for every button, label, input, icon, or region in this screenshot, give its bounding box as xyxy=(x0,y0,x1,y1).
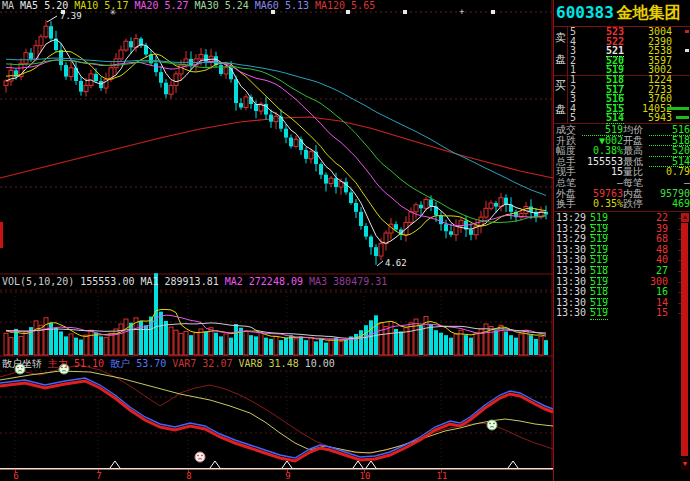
info-value: 519 xyxy=(582,125,623,136)
order-book-side-label: 盘 xyxy=(555,53,567,65)
level-change-bar xyxy=(676,116,689,119)
info-row: 换手0.35%跌停469 xyxy=(556,199,690,210)
kline-chart-canvas[interactable]: ✳+678910117.394.62 xyxy=(0,0,555,481)
info-value: — xyxy=(649,178,690,189)
indicator-legend-item: 散户 53.70 xyxy=(110,358,166,369)
ma-legend-item: MA30 5.24 xyxy=(195,0,249,11)
tick-time: 13:30 xyxy=(556,244,586,255)
info-label: 成交 xyxy=(556,125,582,136)
quote-info-grid: 成交519均价516升跌▼002开盘518幅度0.38%最高520总手15555… xyxy=(556,125,690,210)
tick-time: 13:30 xyxy=(556,265,586,276)
info-value: 516 xyxy=(649,125,690,136)
stock-code: 600383 xyxy=(556,3,614,22)
order-book-row[interactable]: 55145943 xyxy=(568,113,690,123)
trading-terminal-window: ✳+678910117.394.62 MAMA5 5.20MA10 5.17MA… xyxy=(0,0,690,481)
svg-text:6: 6 xyxy=(13,471,18,481)
vol-legend-item: 155553.00 xyxy=(80,276,134,287)
order-book-side-label: 买 xyxy=(555,79,567,91)
tick-time: 13:30 xyxy=(556,307,586,318)
left-edge-marker xyxy=(0,222,3,248)
tick-scrollbar[interactable]: ▲ ▼ xyxy=(681,213,689,470)
level-amount: 5943 xyxy=(648,113,672,123)
scroll-up-icon[interactable]: ▲ xyxy=(681,213,689,222)
svg-text:9: 9 xyxy=(285,471,290,481)
info-value: — xyxy=(582,178,623,189)
tick-time: 13:29 xyxy=(556,233,586,244)
info-label: 每笔 xyxy=(623,178,649,189)
level-change-bar xyxy=(685,30,689,33)
ma-legend-item: MA xyxy=(2,0,14,11)
info-label: 换手 xyxy=(556,199,582,210)
svg-text:7: 7 xyxy=(96,471,101,481)
tick-volume: 15 xyxy=(634,308,668,319)
ma-legend-item: MA20 5.27 xyxy=(134,0,188,11)
indicator-legend: 散户坐轿主力 51.10散户 53.70VAR7 32.07VAR8 31.48… xyxy=(2,357,341,371)
info-label: 总笔 xyxy=(556,178,582,189)
svg-text:+: + xyxy=(459,7,464,17)
ma-legend: MAMA5 5.20MA10 5.17MA20 5.27MA30 5.24MA6… xyxy=(2,0,381,11)
vol-legend-item: MA3 380479.31 xyxy=(309,276,387,287)
info-value: 0.35% xyxy=(582,199,623,210)
order-book: 卖盘买盘552330044522239035212538252035971519… xyxy=(554,27,690,123)
info-row: 总笔—每笔— xyxy=(556,178,690,189)
svg-text:8: 8 xyxy=(186,471,191,481)
order-book-side-label: 盘 xyxy=(555,103,567,115)
tick-row[interactable]: 13:3051915— xyxy=(556,308,684,319)
tick-volume: 22 xyxy=(634,213,668,224)
info-label: 均价 xyxy=(623,125,649,136)
info-label: 跌停 xyxy=(623,199,649,210)
stock-name: 金地集团 xyxy=(617,4,681,21)
indicator-legend-item: 10.00 xyxy=(305,358,335,369)
ma-legend-item: MA120 5.65 xyxy=(315,0,375,11)
svg-text:11: 11 xyxy=(437,471,448,481)
tick-volume: 27 xyxy=(634,266,668,277)
vol-legend-item: MA1 289913.81 xyxy=(140,276,218,287)
order-book-side-label: 卖 xyxy=(555,31,567,43)
tick-time: 13:29 xyxy=(556,212,586,223)
scroll-down-icon[interactable]: ▼ xyxy=(681,458,689,470)
tick-time: 13:30 xyxy=(556,286,586,297)
indicator-legend-item: 主力 51.10 xyxy=(48,358,104,369)
scrollbar-thumb[interactable] xyxy=(681,223,688,456)
info-row: 成交519均价516 xyxy=(556,125,690,136)
tick-time: 13:30 xyxy=(556,297,586,308)
tick-time: 13:30 xyxy=(556,276,586,287)
ma-legend-item: MA5 5.20 xyxy=(20,0,68,11)
quote-panel: 600383金地集团 卖盘买盘5523300445222390352125382… xyxy=(553,0,690,481)
ma-legend-item: MA60 5.13 xyxy=(255,0,309,11)
level-price[interactable]: 514 xyxy=(606,113,624,124)
ma-legend-item: MA10 5.17 xyxy=(74,0,128,11)
indicator-legend-item: VAR8 31.48 xyxy=(238,358,298,369)
svg-text:4.62: 4.62 xyxy=(385,258,407,268)
tick-time: 13:29 xyxy=(556,223,586,234)
indicator-legend-item: 散户坐轿 xyxy=(2,358,42,369)
stock-title: 600383金地集团 xyxy=(554,0,690,27)
indicator-legend-item: VAR7 32.07 xyxy=(172,358,232,369)
svg-text:10: 10 xyxy=(360,471,371,481)
volume-legend: VOL(5,10,20)155553.00MA1 289913.81MA2 27… xyxy=(2,276,393,287)
level-index: 5 xyxy=(570,113,576,123)
level-change-bar xyxy=(667,107,689,110)
svg-text:7.39: 7.39 xyxy=(60,11,82,21)
tick-time: 13:30 xyxy=(556,254,586,265)
vol-legend-item: VOL(5,10,20) xyxy=(2,276,74,287)
tick-price: 519 xyxy=(590,308,608,320)
info-value: 469 xyxy=(649,199,690,210)
vol-legend-item: MA2 272248.09 xyxy=(225,276,303,287)
tick-list: 13:2951922—13:2951939—13:2951968—13:3051… xyxy=(556,213,684,319)
level-change-bar xyxy=(685,49,689,52)
